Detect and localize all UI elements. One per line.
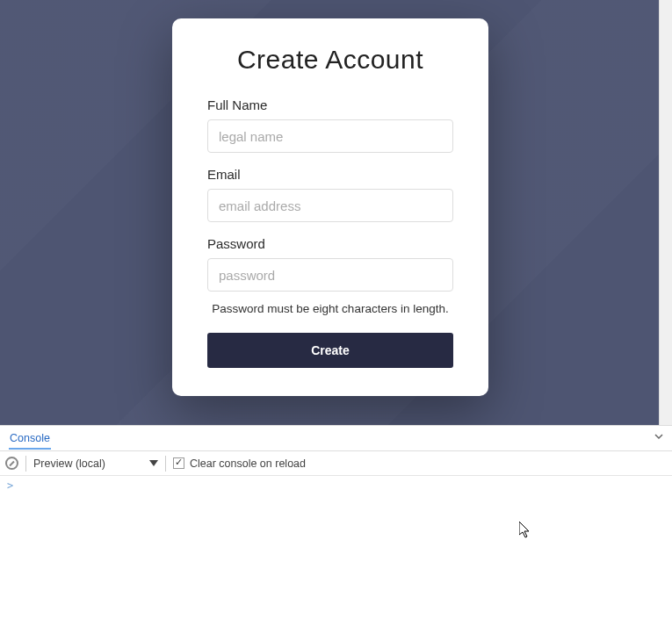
toolbar-divider — [165, 456, 166, 472]
field-group-password: Password — [207, 236, 453, 292]
password-input[interactable] — [207, 258, 453, 292]
devtools-console-panel: Console Preview (local) Clear console on… — [0, 425, 672, 634]
chevron-down-icon[interactable] — [653, 430, 665, 446]
toolbar-divider — [25, 456, 26, 472]
card-title: Create Account — [207, 45, 453, 75]
fullname-input[interactable] — [207, 119, 453, 153]
clear-on-reload-label: Clear console on reload — [190, 457, 306, 470]
create-account-card: Create Account Full Name Email Password … — [172, 18, 488, 396]
console-prompt: > — [7, 479, 13, 492]
app-preview-pane: Create Account Full Name Email Password … — [0, 0, 660, 425]
checkbox-icon — [173, 457, 184, 469]
vertical-scrollbar[interactable] — [660, 0, 672, 425]
field-group-email: Email — [207, 167, 453, 222]
email-input[interactable] — [207, 189, 453, 222]
context-selector[interactable]: Preview (local) — [33, 457, 158, 470]
create-button[interactable]: Create — [207, 333, 453, 368]
triangle-down-icon — [149, 460, 158, 466]
console-tab[interactable]: Console — [9, 427, 51, 450]
fullname-label: Full Name — [207, 97, 453, 112]
console-body[interactable]: > — [0, 476, 672, 634]
console-tab-bar: Console — [0, 425, 672, 451]
password-label: Password — [207, 236, 453, 251]
console-toolbar: Preview (local) Clear console on reload — [0, 451, 672, 476]
context-selector-label: Preview (local) — [33, 457, 105, 470]
password-helper-text: Password must be eight characters in len… — [207, 302, 453, 315]
clear-console-icon[interactable] — [5, 457, 18, 470]
clear-on-reload-checkbox[interactable]: Clear console on reload — [173, 457, 306, 470]
field-group-fullname: Full Name — [207, 97, 453, 153]
email-label: Email — [207, 167, 453, 182]
